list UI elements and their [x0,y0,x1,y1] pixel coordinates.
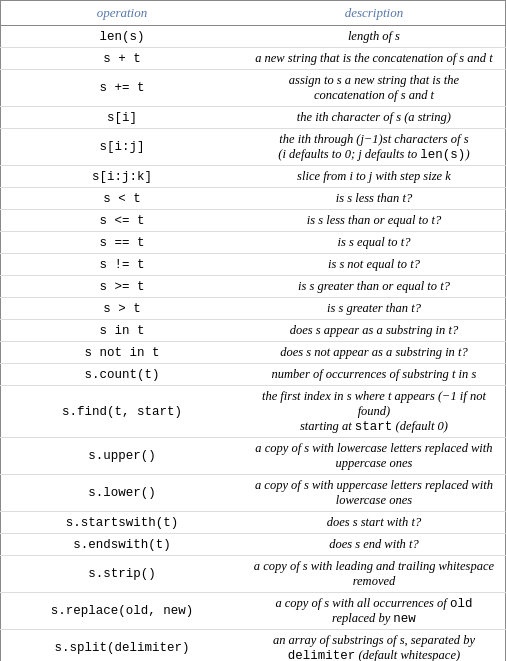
operation-cell: s[i:j] [1,129,243,166]
operation-cell: s.replace(old, new) [1,593,243,630]
table-row: s.lower()a copy of s with uppercase lett… [1,475,506,512]
operation-cell: s + t [1,48,243,70]
operation-cell: s.find(t, start) [1,386,243,438]
operation-cell: s.count(t) [1,364,243,386]
description-cell: is s less than t? [243,188,506,210]
api-table-container: operation description len(s)length of ss… [0,0,506,661]
operation-cell: s <= t [1,210,243,232]
description-cell: assign to s a new string that is the con… [243,70,506,107]
description-cell: a copy of s with lowercase letters repla… [243,438,506,475]
table-row: s <= tis s less than or equal to t? [1,210,506,232]
table-row: s + ta new string that is the concatenat… [1,48,506,70]
operation-cell: s.endswith(t) [1,534,243,556]
description-cell: a copy of s with uppercase letters repla… [243,475,506,512]
description-cell: does s end with t? [243,534,506,556]
header-operation: operation [1,1,243,26]
table-row: s[i]the ith character of s (a string) [1,107,506,129]
description-cell: is s less than or equal to t? [243,210,506,232]
operation-cell: s in t [1,320,243,342]
description-cell: an array of substrings of s, separated b… [243,630,506,662]
table-row: s[i:j]the ith through (j−1)st characters… [1,129,506,166]
header-description: description [243,1,506,26]
api-table: operation description len(s)length of ss… [0,0,506,661]
operation-cell: s != t [1,254,243,276]
description-cell: a copy of s with leading and trailing wh… [243,556,506,593]
operation-cell: s not in t [1,342,243,364]
description-cell: is s greater than t? [243,298,506,320]
table-row: s.split(delimiter)an array of substrings… [1,630,506,662]
operation-cell: s.startswith(t) [1,512,243,534]
description-cell: does s appear as a substring in t? [243,320,506,342]
table-row: s in tdoes s appear as a substring in t? [1,320,506,342]
description-cell: the ith character of s (a string) [243,107,506,129]
description-cell: is s greater than or equal to t? [243,276,506,298]
table-row: s < tis s less than t? [1,188,506,210]
table-row: len(s)length of s [1,26,506,48]
operation-cell: s[i:j:k] [1,166,243,188]
operation-cell: s.split(delimiter) [1,630,243,662]
description-cell: number of occurrences of substring t in … [243,364,506,386]
description-cell: the ith through (j−1)st characters of s(… [243,129,506,166]
table-row: s[i:j:k]slice from i to j with step size… [1,166,506,188]
description-cell: does s start with t? [243,512,506,534]
operation-cell: len(s) [1,26,243,48]
table-row: s.find(t, start)the first index in s whe… [1,386,506,438]
table-row: s.endswith(t)does s end with t? [1,534,506,556]
operation-cell: s >= t [1,276,243,298]
table-row: s > tis s greater than t? [1,298,506,320]
table-row: s += tassign to s a new string that is t… [1,70,506,107]
description-cell: does s not appear as a substring in t? [243,342,506,364]
description-cell: length of s [243,26,506,48]
table-row: s.count(t)number of occurrences of subst… [1,364,506,386]
table-row: s != tis s not equal to t? [1,254,506,276]
description-cell: slice from i to j with step size k [243,166,506,188]
operation-cell: s += t [1,70,243,107]
table-row: s >= tis s greater than or equal to t? [1,276,506,298]
table-row: s.strip()a copy of s with leading and tr… [1,556,506,593]
operation-cell: s.lower() [1,475,243,512]
operation-cell: s.upper() [1,438,243,475]
operation-cell: s < t [1,188,243,210]
description-cell: the first index in s where t appears (−1… [243,386,506,438]
operation-cell: s > t [1,298,243,320]
table-row: s == tis s equal to t? [1,232,506,254]
description-cell: a copy of s with all occurrences of old … [243,593,506,630]
operation-cell: s[i] [1,107,243,129]
table-row: s.upper()a copy of s with lowercase lett… [1,438,506,475]
operation-cell: s == t [1,232,243,254]
table-row: s.startswith(t)does s start with t? [1,512,506,534]
operation-cell: s.strip() [1,556,243,593]
description-cell: a new string that is the concatenation o… [243,48,506,70]
table-row: s.replace(old, new)a copy of s with all … [1,593,506,630]
description-cell: is s not equal to t? [243,254,506,276]
table-row: s not in tdoes s not appear as a substri… [1,342,506,364]
description-cell: is s equal to t? [243,232,506,254]
